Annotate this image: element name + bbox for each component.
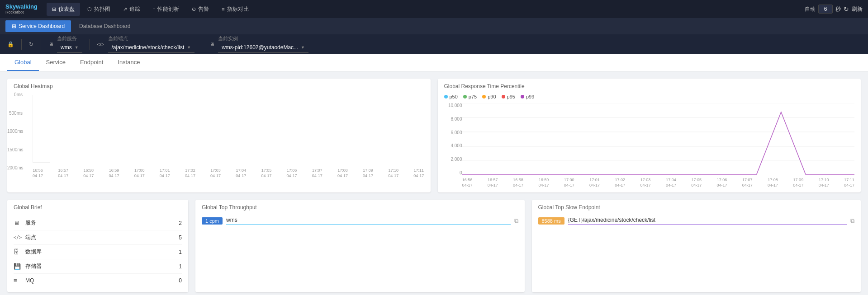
nav-topology-label: 拓扑图: [94, 5, 110, 13]
nav-topology[interactable]: ⬡ 拓扑图: [82, 3, 116, 16]
slow-endpoint-panel: Global Top Slow Endpoint 8588 ms {GET}/a…: [532, 200, 861, 292]
response-x-axis: 16:5604-1716:5704-1716:5804-1716:5904-17…: [462, 178, 855, 188]
global-brief-panel: Global Brief 🖥 服务 2 </> 端点 5 🗄 数据库 1: [7, 200, 188, 292]
lock-icon-group: 🔒: [7, 41, 14, 47]
legend-item-p90: p90: [482, 94, 496, 99]
heatmap-x-label-3: 16:5904-17: [109, 168, 119, 178]
response-x-label-2: 16:5804-17: [513, 178, 523, 188]
nav-alarm[interactable]: ⊙ 告警: [186, 3, 214, 16]
nav-compare-label: 指标对比: [227, 5, 249, 13]
response-y-label-5: 0: [444, 170, 462, 175]
brief-endpoint-name: 端点: [25, 234, 179, 241]
response-y-label-0: 10,000: [444, 103, 462, 108]
cpm-badge: 1 cpm: [202, 217, 223, 225]
legend-dot-p50: [444, 95, 448, 98]
response-y-label-1: 8,000: [444, 117, 462, 122]
legend-dot-p99: [521, 95, 524, 98]
brief-item-storage: 💾 存储器 1: [14, 259, 182, 274]
heatmap-x-label-0: 16:5604-17: [33, 168, 43, 178]
brief-service-count: 2: [179, 220, 182, 226]
heatmap-x-label-8: 17:0404-17: [236, 168, 246, 178]
refresh-button[interactable]: ↻: [844, 5, 849, 13]
profile-icon: ↑: [153, 6, 156, 12]
legend-item-p99: p99: [521, 94, 534, 99]
heatmap-x-label-7: 17:0304-17: [210, 168, 221, 178]
slow-endpoint-item-0: 8588 ms {GET}/ajax/medicine/stock/check/…: [532, 213, 861, 228]
legend-item-p95: p95: [502, 94, 515, 99]
endpoint-selector-label: 当前端点: [108, 35, 195, 42]
nav-profile[interactable]: ↑ 性能剖析: [147, 3, 185, 16]
brief-items-list: 🖥 服务 2 </> 端点 5 🗄 数据库 1 💾 存储器 1: [7, 213, 188, 292]
response-y-label-4: 2,000: [444, 157, 462, 162]
response-y-label-3: 4,000: [444, 143, 462, 148]
mq-brief-icon: ≡: [14, 277, 23, 284]
service-brief-icon: 🖥: [14, 220, 23, 226]
dashboard-tab-bar: ⊞ Service Dashboard Database Dashboard: [0, 18, 868, 34]
response-x-label-5: 17:0104-17: [589, 178, 600, 188]
auto-label: 自动: [805, 5, 816, 13]
database-dashboard-label: Database Dashboard: [79, 23, 130, 29]
heatmap-x-label-10: 17:0604-17: [287, 168, 297, 178]
top-navigation: Skywalking Rocketbot ⊞ 仪表盘 ⬡ 拓扑图 ↗ 追踪 ↑ …: [0, 0, 868, 18]
response-x-label-6: 17:0204-17: [615, 178, 625, 188]
nav-compare[interactable]: ≡ 指标对比: [216, 3, 254, 16]
ms-badge: 8588 ms: [538, 217, 564, 225]
heatmap-title: Global Heatmap: [7, 79, 431, 92]
slow-endpoint-copy-icon[interactable]: ⧉: [850, 217, 854, 225]
storage-brief-icon: 💾: [14, 263, 23, 270]
legend-dot-p75: [463, 95, 467, 98]
legend-label-p75: p75: [469, 94, 477, 99]
reload-icon-group: ↻: [29, 41, 33, 47]
legend-dot-p90: [482, 95, 486, 98]
throughput-copy-icon[interactable]: ⧉: [514, 217, 518, 225]
tab-endpoint[interactable]: Endpoint: [73, 54, 110, 71]
brief-mq-count: 0: [179, 277, 182, 284]
bottom-row: Global Brief 🖥 服务 2 </> 端点 5 🗄 数据库 1: [7, 200, 861, 292]
refresh-label: 刷新: [852, 5, 863, 13]
main-content: Global Heatmap 2000ms 1500ms 1000ms 500m…: [0, 71, 868, 295]
endpoint-brief-icon: </>: [14, 235, 23, 240]
response-chart-plot: 16:5604-1716:5704-1716:5804-1716:5904-17…: [462, 103, 855, 188]
tab-service[interactable]: Service: [39, 54, 73, 71]
separator-4: [202, 39, 202, 50]
instance-icon: 🖥: [209, 42, 214, 47]
brief-item-database: 🗄 数据库 1: [14, 245, 182, 259]
refresh-interval-input[interactable]: [818, 5, 833, 14]
instance-selector-group: 🖥 当前实例 wms-pid:12602@yutaodeMac... ▼: [209, 35, 308, 53]
response-y-label-2: 6,000: [444, 130, 462, 135]
instance-selector[interactable]: wms-pid:12602@yutaodeMac... ▼: [218, 42, 308, 53]
service-chevron-icon: ▼: [75, 45, 79, 50]
brand-sub: Rocketbot: [5, 10, 38, 15]
endpoint-selector[interactable]: /ajax/medicine/stock/check/list ▼: [108, 42, 195, 53]
service-selector-label: 当前服务: [57, 35, 82, 42]
nav-alarm-label: 告警: [198, 5, 209, 13]
nav-trace[interactable]: ↗ 追踪: [118, 3, 146, 16]
heatmap-x-label-14: 17:1004-17: [388, 168, 398, 178]
nav-profile-label: 性能剖析: [157, 5, 179, 13]
endpoint-chevron-icon: ▼: [187, 45, 191, 50]
instance-selector-label: 当前实例: [218, 35, 308, 42]
service-value: wms: [61, 44, 72, 51]
y-label-1: 1500ms: [7, 147, 24, 152]
response-x-label-0: 16:5604-17: [462, 178, 473, 188]
nav-menu: ⊞ 仪表盘 ⬡ 拓扑图 ↗ 追踪 ↑ 性能剖析 ⊙ 告警 ≡ 指标对比: [47, 3, 805, 16]
legend-label-p90: p90: [488, 94, 496, 99]
instance-value: wms-pid:12602@yutaodeMac...: [222, 44, 298, 51]
heatmap-x-label-13: 17:0904-17: [363, 168, 373, 178]
response-time-legend: p50p75p90p95p99: [438, 92, 861, 103]
tab-instance[interactable]: Instance: [110, 54, 147, 71]
service-selector[interactable]: wms ▼: [57, 42, 82, 53]
response-x-label-7: 17:0304-17: [640, 178, 651, 188]
tab-service-dashboard[interactable]: ⊞ Service Dashboard: [5, 20, 71, 32]
throughput-name: wms: [226, 217, 511, 225]
nav-dashboard[interactable]: ⊞ 仪表盘: [47, 3, 80, 16]
brief-endpoint-count: 5: [179, 234, 182, 241]
response-x-label-11: 17:0704-17: [742, 178, 753, 188]
slow-endpoint-title: Global Top Slow Endpoint: [532, 200, 861, 213]
separator-2: [41, 39, 41, 50]
tab-global[interactable]: Global: [7, 54, 39, 71]
tab-database-dashboard[interactable]: Database Dashboard: [73, 20, 137, 32]
brief-mq-name: MQ: [25, 277, 179, 284]
brief-storage-count: 1: [179, 263, 182, 270]
legend-item-p50: p50: [444, 94, 458, 99]
